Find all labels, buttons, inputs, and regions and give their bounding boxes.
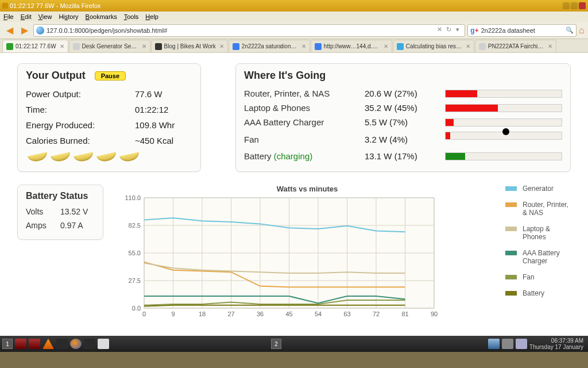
status-key: Amps	[26, 221, 60, 230]
stop-reload-icon[interactable]: ✕	[435, 26, 444, 35]
output-value: 109.8 Whr	[135, 120, 175, 130]
chart-legend: GeneratorRouter, Printer, & NASLaptop & …	[496, 185, 571, 323]
legend-item[interactable]: Fan	[505, 273, 571, 281]
fan-slider-handle[interactable]	[502, 128, 509, 135]
home-button[interactable]: ⌂	[579, 25, 585, 36]
browser-tab[interactable]: http://www…144,d.aWM✕	[311, 40, 392, 52]
menu-help[interactable]: Help	[145, 13, 158, 20]
legend-item[interactable]: Router, Printer, & NAS	[505, 201, 571, 217]
tab-close-icon[interactable]: ✕	[384, 43, 388, 49]
pause-button[interactable]: Pause	[95, 71, 126, 80]
chart-area: Watts vs minutes 0.027.555.082.5110.0091…	[118, 185, 571, 323]
tab-close-icon[interactable]: ✕	[301, 43, 306, 49]
legend-item[interactable]: Battery	[505, 289, 571, 297]
output-value: 77.6 W	[135, 89, 163, 99]
tab-label: PN2222ATA Fairchild …	[488, 43, 544, 49]
taskbar-app-5[interactable]	[98, 339, 109, 349]
browser-tab[interactable]: PN2222ATA Fairchild …✕	[475, 40, 556, 52]
close-button[interactable]	[579, 2, 586, 9]
consumer-bar	[445, 118, 562, 126]
legend-item[interactable]: Generator	[505, 185, 571, 193]
bananas-row	[26, 152, 192, 164]
tab-close-icon[interactable]: ✕	[219, 43, 224, 49]
where-its-going-panel: Where It's Going Router, Printer, & NAS …	[235, 63, 571, 172]
status-key: Volts	[26, 207, 60, 216]
status-row: Amps0.97 A	[26, 218, 95, 232]
browser-tab[interactable]: 2n2222a saturation c…✕	[229, 40, 310, 52]
menu-edit[interactable]: Edit	[21, 13, 32, 20]
browser-tab[interactable]: Desk Generator Setup✕	[69, 40, 150, 52]
banana-icon	[72, 152, 95, 164]
tray-network-icon[interactable]	[488, 339, 500, 349]
status-value: 0.97 A	[60, 221, 83, 230]
status-row: Volts13.52 V	[26, 205, 95, 218]
search-go-icon[interactable]: 🔍	[566, 26, 574, 34]
consumer-name: Fan	[244, 135, 365, 144]
tab-close-icon[interactable]: ✕	[466, 43, 470, 49]
window-menu-icon[interactable]	[2, 3, 8, 9]
consumer-bar	[445, 152, 562, 160]
workspace-2[interactable]: 2	[271, 339, 281, 349]
menu-bookmarks[interactable]: Bookmarks	[86, 13, 117, 20]
url-bar[interactable]: 127.0.0.1:8000/pedgen/json/showtab.html#…	[33, 24, 465, 37]
site-identity-icon[interactable]	[36, 26, 44, 34]
taskbar-firefox[interactable]	[70, 339, 82, 349]
dropdown-icon[interactable]: ▾	[453, 26, 462, 35]
svg-text:110.0: 110.0	[125, 194, 141, 201]
tab-favicon	[6, 43, 13, 50]
back-button[interactable]: ◀	[3, 24, 16, 37]
svg-text:72: 72	[373, 310, 380, 317]
tray-misc-icon[interactable]	[516, 339, 527, 349]
search-bar[interactable]: g+ 2n2222a datasheet 🔍	[467, 24, 577, 37]
consumer-value: 5.5 W (7%)	[365, 117, 445, 127]
taskbar-app-2[interactable]	[29, 339, 40, 349]
search-engine-icon[interactable]: g+	[470, 26, 478, 34]
svg-text:63: 63	[343, 310, 350, 317]
menu-tools[interactable]: Tools	[124, 13, 139, 20]
menu-view[interactable]: View	[38, 13, 52, 20]
output-value: ~450 Kcal	[135, 136, 173, 145]
chart-title: Watts vs minutes	[118, 185, 496, 193]
legend-item[interactable]: AAA Battery Charger	[505, 249, 571, 265]
tab-favicon	[233, 43, 239, 50]
svg-text:36: 36	[257, 310, 264, 317]
tab-close-icon[interactable]: ✕	[142, 43, 146, 49]
browser-tab[interactable]: Blog | Bikes At Work✕	[151, 40, 228, 52]
tab-label: Desk Generator Setup	[82, 43, 138, 49]
browser-tab[interactable]: Calculating bias resi…✕	[393, 40, 474, 52]
minimize-button[interactable]	[563, 2, 570, 9]
legend-label: Fan	[523, 273, 535, 281]
taskbar: 1 2 06:37:39 AM Thursday 17 January	[0, 336, 588, 352]
taskbar-app-vlc[interactable]	[42, 339, 54, 349]
reload-icon[interactable]: ↻	[444, 26, 453, 35]
browser-tab[interactable]: 01:22:12 77.6W✕	[2, 40, 68, 52]
tab-close-icon[interactable]: ✕	[60, 43, 64, 49]
legend-swatch	[505, 186, 517, 191]
taskbar-app-4[interactable]	[84, 339, 95, 349]
forward-button[interactable]: ▶	[18, 24, 31, 37]
output-row: Energy Produced:109.8 Whr	[26, 117, 192, 133]
maximize-button[interactable]	[571, 2, 578, 9]
taskbar-app-1[interactable]	[15, 339, 26, 349]
menu-file[interactable]: File	[3, 13, 14, 20]
legend-label: Laptop & Phones	[523, 225, 571, 241]
tray-volume-icon[interactable]	[502, 339, 513, 349]
output-key: Energy Produced:	[26, 120, 135, 130]
tab-close-icon[interactable]: ✕	[548, 43, 552, 49]
battery-status-heading: Battery Status	[26, 191, 95, 201]
consumer-name: AAA Battery Charger	[244, 117, 365, 127]
banana-icon	[26, 152, 49, 164]
consumer-name: Router, Printer, & NAS	[244, 89, 365, 98]
svg-text:0: 0	[142, 310, 146, 317]
svg-text:27.5: 27.5	[129, 277, 141, 284]
menu-history[interactable]: History	[59, 13, 78, 20]
clock-date: Thursday 17 January	[529, 344, 583, 350]
svg-text:82.5: 82.5	[129, 222, 141, 229]
legend-item[interactable]: Laptop & Phones	[505, 225, 571, 241]
workspace-1[interactable]: 1	[2, 339, 13, 349]
tab-favicon	[397, 43, 404, 50]
taskbar-app-3[interactable]	[56, 339, 68, 349]
tab-favicon	[155, 43, 162, 50]
taskbar-clock[interactable]: 06:37:39 AM Thursday 17 January	[529, 338, 586, 350]
svg-text:0.0: 0.0	[132, 305, 141, 312]
